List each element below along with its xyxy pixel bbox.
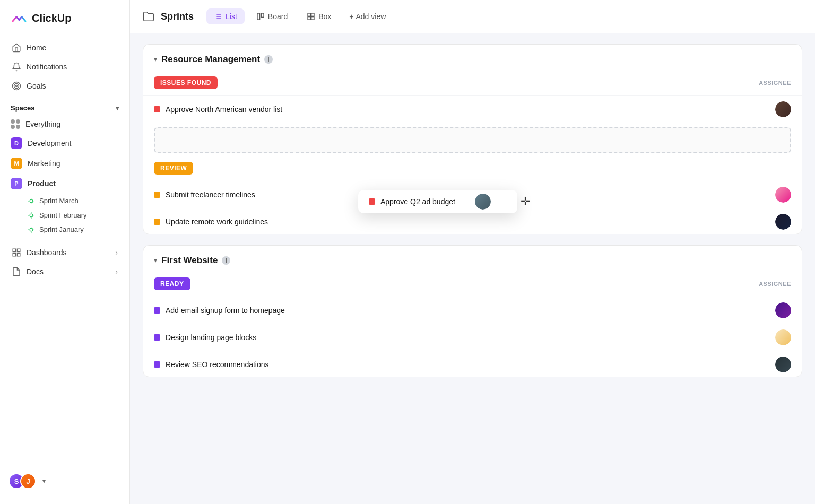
sidebar-item-home[interactable]: Home <box>6 38 123 57</box>
sidebar-item-docs[interactable]: Docs › <box>6 262 123 281</box>
sidebar-item-sprint-january[interactable]: Sprint January <box>4 222 125 237</box>
everything-label: Everything <box>25 120 60 128</box>
sidebar-item-development[interactable]: D Development <box>4 133 125 153</box>
sprint-march-label: Sprint March <box>39 197 79 205</box>
footer-nav: Dashboards › Docs › <box>0 241 129 283</box>
svg-rect-29 <box>261 13 264 17</box>
topbar: Sprints List Board Box + Add view <box>130 0 815 33</box>
svg-point-1 <box>14 84 19 89</box>
issues-found-badge: ISSUES FOUND <box>154 76 218 89</box>
task-design-landing[interactable]: Design landing page blocks <box>143 324 802 351</box>
sidebar-item-goals[interactable]: Goals <box>6 76 123 95</box>
svg-rect-28 <box>257 13 260 20</box>
task-dot-yellow-1 <box>154 192 160 198</box>
svg-point-13 <box>30 228 33 231</box>
sidebar-item-marketing[interactable]: M Marketing <box>4 153 125 173</box>
task-text-1: Approve North American vendor list <box>166 105 282 114</box>
task-dot-red-1 <box>154 106 160 112</box>
notifications-label: Notifications <box>27 63 67 71</box>
sprint-february-label: Sprint February <box>39 211 87 219</box>
plus-icon: + <box>349 12 353 21</box>
board-view-icon <box>256 12 265 21</box>
add-view-button[interactable]: + Add view <box>343 8 392 24</box>
floating-drag-card[interactable]: Approve Q2 ad budget ✛ <box>358 190 517 213</box>
svg-rect-21 <box>18 254 20 256</box>
home-label: Home <box>27 44 46 52</box>
task-avatar-3 <box>775 187 791 203</box>
development-badge: D <box>11 137 22 149</box>
marketing-badge: M <box>11 158 22 169</box>
drag-handle-icon[interactable]: ✛ <box>521 195 530 208</box>
svg-point-3 <box>30 199 33 203</box>
first-website-header: ▾ First Website i <box>143 246 802 273</box>
list-tab-label: List <box>226 12 237 21</box>
bell-icon <box>12 62 21 72</box>
goals-icon <box>12 81 21 91</box>
add-view-label: Add view <box>356 12 386 21</box>
main-content: Sprints List Board Box + Add view <box>130 0 815 504</box>
user-menu-chevron[interactable]: ▾ <box>42 477 46 485</box>
development-label: Development <box>28 139 72 147</box>
page-title: Sprints <box>161 11 194 22</box>
issues-found-banner: ISSUES FOUND ASSIGNEE <box>143 72 802 95</box>
avatar-j: J <box>20 473 36 489</box>
dashboards-chevron: › <box>115 248 118 257</box>
goals-label: Goals <box>27 82 46 90</box>
product-label: Product <box>28 179 56 188</box>
section-first-website: ▾ First Website i READY ASSIGNEE Add ema… <box>143 245 802 377</box>
task-text-5: Add email signup form to homepage <box>166 306 285 315</box>
dashboards-icon <box>12 248 21 257</box>
content-area: ▾ Resource Management i ISSUES FOUND ASS… <box>130 33 815 504</box>
sprint-march-icon <box>28 197 35 205</box>
task-add-email-signup[interactable]: Add email signup form to homepage <box>143 297 802 324</box>
spaces-chevron[interactable]: ▾ <box>116 105 119 112</box>
dashboards-label: Dashboards <box>27 248 67 257</box>
task-approve-north-american[interactable]: Approve North American vendor list <box>143 95 802 123</box>
assignee-header-2: ASSIGNEE <box>759 281 791 287</box>
task-text-3: Submit freelancer timelines <box>166 190 255 199</box>
task-review-seo[interactable]: Review SEO recommendations <box>143 351 802 377</box>
collapse-first-website[interactable]: ▾ <box>154 257 157 264</box>
task-text-6: Design landing page blocks <box>166 333 256 342</box>
svg-rect-33 <box>311 17 314 20</box>
task-text-4: Update remote work guidelines <box>166 218 268 226</box>
svg-point-2 <box>16 85 18 87</box>
svg-rect-31 <box>311 13 314 16</box>
box-tab-label: Box <box>318 12 331 21</box>
spaces-label: Spaces <box>11 104 35 112</box>
task-dot-purple-2 <box>154 334 160 341</box>
svg-point-8 <box>30 214 33 217</box>
sidebar-item-dashboards[interactable]: Dashboards › <box>6 243 123 262</box>
user-avatars[interactable]: S J <box>8 473 36 489</box>
drop-zone <box>154 127 791 153</box>
sidebar: ClickUp Home Notifications Goals <box>0 0 130 504</box>
tab-list[interactable]: List <box>206 8 245 24</box>
sidebar-item-product[interactable]: P Product <box>4 173 125 194</box>
floating-task-dot <box>369 198 375 205</box>
sidebar-item-notifications[interactable]: Notifications <box>6 57 123 76</box>
sidebar-item-sprint-february[interactable]: Sprint February <box>4 208 125 222</box>
main-nav: Home Notifications Goals <box>0 36 129 98</box>
task-avatar-7 <box>775 357 791 372</box>
board-tab-label: Board <box>268 12 288 21</box>
docs-icon <box>12 267 21 276</box>
collapse-resource-management[interactable]: ▾ <box>154 56 157 63</box>
home-icon <box>12 43 21 53</box>
ready-banner: READY ASSIGNEE <box>143 273 802 297</box>
task-avatar-4 <box>775 214 791 230</box>
docs-label: Docs <box>27 267 44 276</box>
svg-rect-30 <box>308 13 310 16</box>
tab-board[interactable]: Board <box>249 8 295 24</box>
floating-avatar <box>475 194 491 210</box>
tab-box[interactable]: Box <box>299 8 339 24</box>
sidebar-item-sprint-march[interactable]: Sprint March <box>4 194 125 208</box>
svg-rect-32 <box>308 17 310 20</box>
spaces-header: Spaces ▾ <box>0 98 129 115</box>
folder-icon <box>143 11 154 22</box>
everything-dots-icon <box>11 119 20 129</box>
sprint-february-icon <box>28 212 35 219</box>
first-website-info-icon[interactable]: i <box>222 256 230 265</box>
resource-management-info-icon[interactable]: i <box>264 55 273 64</box>
sidebar-item-everything[interactable]: Everything <box>4 115 125 133</box>
docs-chevron: › <box>115 267 118 276</box>
